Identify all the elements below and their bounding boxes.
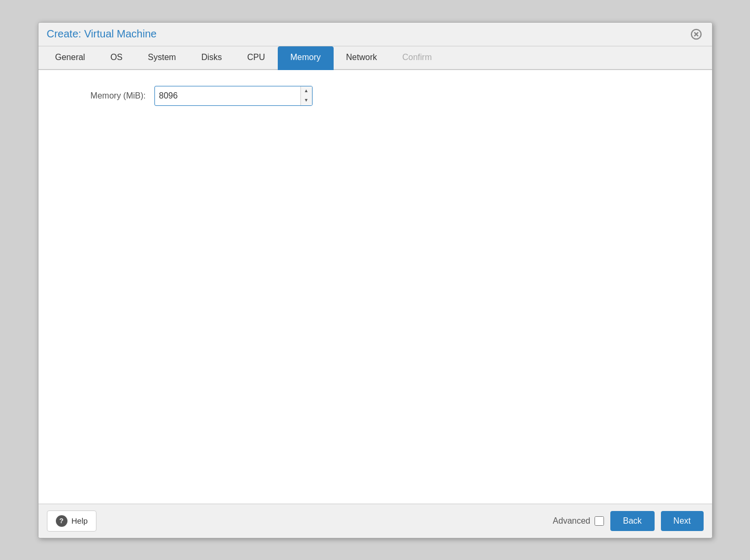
advanced-checkbox[interactable] (595, 516, 604, 526)
dialog-footer: ? Help Advanced Back Next (38, 504, 712, 538)
tab-system[interactable]: System (135, 46, 189, 70)
tab-memory[interactable]: Memory (278, 46, 334, 70)
close-button[interactable] (689, 27, 704, 42)
tab-os[interactable]: OS (98, 46, 135, 70)
footer-left: ? Help (47, 510, 97, 532)
memory-input[interactable] (155, 89, 300, 103)
tab-confirm: Confirm (389, 46, 444, 70)
memory-form-row: Memory (MiB): (49, 86, 702, 106)
next-button[interactable]: Next (661, 511, 704, 531)
help-icon: ? (56, 515, 67, 527)
close-icon (690, 28, 702, 40)
tab-general[interactable]: General (43, 46, 98, 70)
create-vm-dialog: Create: Virtual Machine General OS Syste… (38, 22, 713, 538)
memory-label: Memory (MiB): (49, 91, 154, 101)
tab-disks[interactable]: Disks (189, 46, 235, 70)
help-label: Help (72, 516, 88, 525)
tabs-bar: General OS System Disks CPU Memory Netwo… (38, 46, 712, 70)
memory-spinbox[interactable] (154, 86, 313, 106)
tab-network[interactable]: Network (334, 46, 390, 70)
footer-right: Advanced Back Next (553, 511, 704, 531)
dialog-title: Create: Virtual Machine (47, 28, 157, 40)
spinbox-arrows (300, 86, 312, 105)
memory-decrement-button[interactable] (301, 96, 312, 105)
memory-increment-button[interactable] (301, 86, 312, 96)
dialog-body: Memory (MiB): (38, 70, 712, 504)
advanced-section: Advanced (553, 516, 604, 526)
dialog-header: Create: Virtual Machine (38, 23, 712, 46)
help-button[interactable]: ? Help (47, 510, 97, 532)
advanced-label: Advanced (553, 516, 590, 526)
back-button[interactable]: Back (610, 511, 655, 531)
tab-cpu[interactable]: CPU (235, 46, 278, 70)
